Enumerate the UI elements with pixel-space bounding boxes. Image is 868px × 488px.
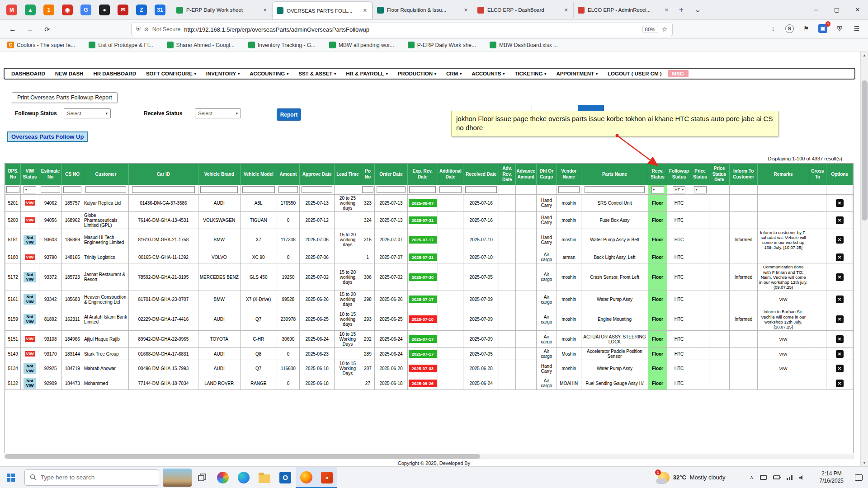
nav-item-hr-dashboard[interactable]: HR DASHBOARD — [88, 71, 141, 76]
filter-input[interactable] — [132, 186, 195, 193]
col-header-approve-date[interactable]: Approve Date — [300, 164, 335, 185]
options-icon[interactable]: ✕ — [836, 236, 844, 244]
pinned-app-icon[interactable]: » — [316, 467, 337, 488]
reload-button[interactable]: ⟳ — [41, 23, 53, 36]
filter-input[interactable] — [278, 186, 298, 193]
filter-input[interactable] — [302, 186, 332, 193]
options-icon[interactable]: ✕ — [836, 380, 844, 387]
col-header-customer[interactable]: Customer — [83, 164, 128, 185]
taskbar-search[interactable]: Type here to search — [24, 469, 159, 486]
filter-input[interactable] — [585, 186, 645, 193]
vertical-scrollbar[interactable]: ▲ ▼ — [860, 52, 868, 466]
nav-item-ticketing[interactable]: TICKETING▾ — [509, 71, 551, 76]
zoho-icon[interactable]: Z — [136, 5, 147, 15]
col-header-cs-no[interactable]: CS NO — [62, 164, 83, 185]
scroll-up-icon[interactable]: ▲ — [861, 52, 868, 59]
col-header-advance-amount[interactable]: Advance Amount — [515, 164, 537, 185]
tab-close-icon[interactable]: ✕ — [463, 6, 469, 14]
start-button[interactable] — [0, 467, 22, 488]
options-icon[interactable]: ✕ — [836, 199, 844, 207]
bookmark-item[interactable]: List of Prototype & Fl... — [89, 42, 153, 48]
options-icon[interactable]: ✕ — [836, 335, 844, 343]
bookmark-item[interactable]: CCoolors - The super fa... — [7, 42, 75, 48]
tab-close-icon[interactable]: ✕ — [262, 6, 268, 14]
action-center-button[interactable] — [849, 467, 868, 488]
bookmark-item[interactable]: Sharar Ahmed - Googl... — [167, 42, 235, 48]
filter-input[interactable] — [63, 186, 81, 193]
gmail-icon[interactable]: M — [6, 5, 17, 15]
display-tray-icon[interactable] — [760, 475, 767, 480]
filter-input[interactable] — [242, 186, 275, 193]
col-header-adv-rcv-date[interactable]: Adv. Rcv. Date — [499, 164, 515, 185]
outlook-app-icon[interactable]: O — [275, 467, 296, 488]
browser-tab[interactable]: Floor Requisition & Issu...✕ — [373, 2, 473, 18]
menu-hamburger-icon[interactable]: ☰ — [852, 23, 862, 33]
filter-input[interactable] — [362, 186, 373, 193]
options-icon[interactable]: ✕ — [836, 216, 844, 224]
bookmark-item[interactable]: MBW all pending wor... — [329, 42, 394, 48]
downloads-icon[interactable]: ↓ — [768, 23, 778, 33]
nav-item-dashboard[interactable]: DASHBOARD — [6, 71, 50, 76]
options-icon[interactable]: ✕ — [836, 273, 844, 281]
drive-icon[interactable]: ▲ — [25, 5, 36, 15]
close-button[interactable]: ✕ — [847, 0, 868, 19]
battery-icon[interactable] — [773, 475, 780, 479]
filter-input[interactable] — [85, 186, 126, 193]
col-header-exp-rcv-date[interactable]: Exp. Rcv. Date — [407, 164, 438, 185]
filter-select[interactable]: ▾ — [24, 186, 36, 193]
edge-app-icon[interactable] — [233, 467, 254, 488]
account-icon[interactable]: S — [785, 24, 794, 33]
nav-item-inventory[interactable]: INVENTORY▾ — [201, 71, 245, 76]
col-header-cross-to[interactable]: Cross To — [809, 164, 826, 185]
maximize-button[interactable]: ▢ — [826, 0, 847, 19]
col-header-inform-to-customer[interactable]: Inform To Customer — [729, 164, 758, 185]
col-header-received-date[interactable]: Received Date — [463, 164, 499, 185]
nav-item-accounts[interactable]: ACCOUNTS▾ — [467, 71, 509, 76]
tab-close-icon[interactable]: ✕ — [664, 6, 670, 14]
dark-app-icon[interactable]: ● — [99, 5, 110, 15]
col-header-ops-no[interactable]: OPS. No — [5, 164, 21, 185]
zoom-level[interactable]: 80% — [642, 26, 658, 33]
col-header-car-id[interactable]: Car ID — [129, 164, 198, 185]
browser-tab[interactable]: P-ERP Daily Work sheet✕ — [172, 2, 272, 18]
options-icon[interactable]: ✕ — [836, 350, 844, 358]
tab-close-icon[interactable]: ✕ — [362, 7, 368, 14]
nav-item-appointment[interactable]: APPOINTMENT▾ — [551, 71, 603, 76]
minimize-button[interactable]: ─ — [806, 0, 826, 19]
search-highlight-image[interactable] — [163, 469, 192, 487]
col-header-estimate-no[interactable]: Estimate No — [39, 164, 62, 185]
col-header-amount[interactable]: Amount — [277, 164, 300, 185]
bookmark-star-icon[interactable]: ☆ — [662, 25, 668, 33]
tracking-protection-shield-icon[interactable]: ⛨ — [136, 26, 141, 33]
task-view-button[interactable] — [192, 467, 212, 488]
list-all-tabs-icon[interactable]: ⌄ — [689, 5, 706, 14]
filter-input[interactable] — [409, 186, 436, 193]
filter-input[interactable] — [41, 186, 61, 193]
filter-select[interactable]: HT▾ — [673, 186, 685, 193]
adblock-extension-icon[interactable]: ▣1 — [818, 24, 827, 33]
forward-button[interactable]: → — [24, 23, 36, 36]
col-header-options[interactable]: Options — [826, 164, 853, 185]
photos-app-icon[interactable] — [212, 467, 233, 488]
new-tab-button[interactable]: + — [674, 5, 689, 14]
browser-tab[interactable]: ELCO ERP - DashBoard✕ — [473, 2, 573, 18]
options-icon[interactable]: ✕ — [836, 296, 844, 303]
col-header-dhl-or-cargo[interactable]: Dhl Or Cargo — [537, 164, 557, 185]
filter-input[interactable] — [439, 186, 462, 193]
file-explorer-icon[interactable] — [254, 467, 275, 488]
nav-item-accounting[interactable]: ACCOUNTING▾ — [245, 71, 293, 76]
taskbar-clock[interactable]: 2:14 PM 7/16/2025 — [817, 467, 846, 488]
filter-select[interactable]: ▾ — [651, 186, 664, 193]
horizontal-scrollbar[interactable] — [5, 454, 854, 459]
calendar-icon[interactable]: 31 — [155, 5, 165, 15]
nav-item-new-dash[interactable]: NEW DASH — [50, 71, 89, 76]
receive-status-select[interactable]: Select▾ — [195, 108, 241, 118]
filter-input[interactable] — [558, 186, 580, 193]
firefox-app-icon[interactable] — [296, 467, 316, 488]
col-header-lead-time[interactable]: Lead Time — [335, 164, 361, 185]
col-header-price-status[interactable]: Price Status — [691, 164, 709, 185]
report-button[interactable]: Report — [277, 108, 301, 121]
followup-status-select[interactable]: Select▾ — [64, 108, 111, 118]
options-icon[interactable]: ✕ — [836, 365, 844, 372]
google-icon[interactable]: G — [80, 5, 91, 15]
